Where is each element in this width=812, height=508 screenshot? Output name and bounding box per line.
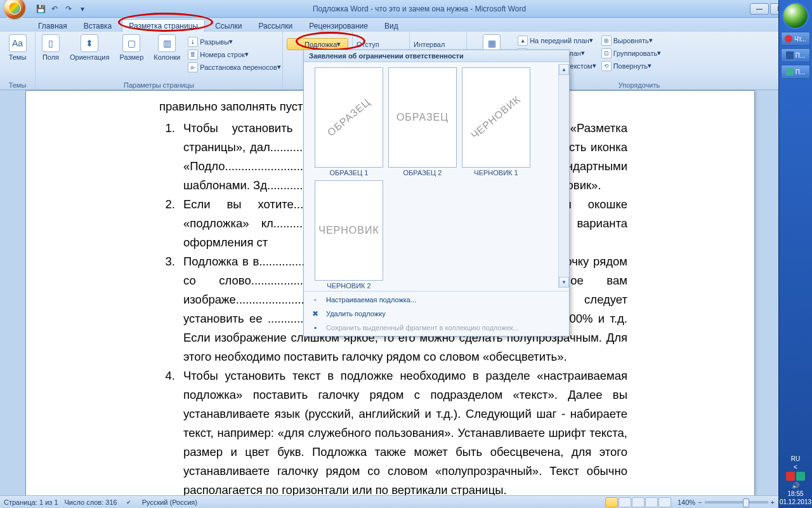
tab-mailings[interactable]: Рассылки: [252, 20, 299, 32]
lbl: Колонки: [154, 53, 180, 61]
zoom-level[interactable]: 140%: [678, 498, 695, 506]
gallery-header: Заявления об ограничении ответственности: [304, 50, 569, 62]
group-themes: Aa Темы Темы: [0, 32, 36, 90]
watermark-preset[interactable]: ЧЕРНОВИК ЧЕРНОВИК 2: [314, 180, 384, 290]
gallery-scrollbar[interactable]: ▲ ▼: [558, 64, 569, 288]
hyphen-icon: a-: [188, 62, 198, 72]
word-count[interactable]: Число слов: 316: [65, 498, 117, 506]
line-numbers-button[interactable]: ≣Номера строк ▾: [188, 48, 249, 60]
columns-button[interactable]: ▥Колонки: [151, 33, 183, 62]
watermark-thumb: ОБРАЗЕЦ: [315, 67, 383, 168]
tab-view[interactable]: Вид: [378, 20, 405, 32]
tray-lang[interactable]: RU: [791, 455, 800, 462]
save-icon: ▪: [310, 323, 320, 333]
taskbar-app-word[interactable]: П...: [781, 48, 810, 62]
doc-item: Чтобы установить текст в подложке необхо…: [178, 366, 627, 500]
orientation-icon: ⬍: [81, 34, 98, 52]
themes-icon: Aa: [9, 34, 27, 52]
scroll-up-icon[interactable]: ▲: [559, 64, 569, 75]
web-layout-view[interactable]: [632, 497, 645, 507]
watermark-thumb: ЧЕРНОВИК: [462, 67, 530, 168]
watermark-preset[interactable]: ЧЕРНОВИК ЧЕРНОВИК 1: [461, 67, 531, 177]
page-status[interactable]: Страница: 1 из 1: [4, 498, 58, 506]
tray-date[interactable]: 01.12.2013: [780, 498, 811, 505]
watermark-gallery: Заявления об ограничении ответственности…: [303, 50, 570, 337]
spacing-header: Интервал: [414, 38, 462, 50]
lines-icon: ≣: [188, 50, 198, 60]
full-screen-view[interactable]: [619, 497, 631, 507]
group-label: Параметры страницы: [39, 81, 278, 90]
draft-view[interactable]: [658, 497, 671, 507]
watermark-preset[interactable]: ОБРАЗЕЦ ОБРАЗЕЦ 2: [388, 67, 457, 177]
watermark-preset[interactable]: ОБРАЗЕЦ ОБРАЗЕЦ 1: [314, 67, 384, 177]
minimize-button[interactable]: —: [750, 3, 769, 15]
paint-icon: [786, 68, 794, 76]
zoom-slider[interactable]: [705, 501, 768, 504]
rotate-button[interactable]: ⟲Повернуть ▾: [601, 60, 652, 72]
tray-time[interactable]: 18:55: [787, 490, 803, 497]
bring-front-button[interactable]: ▲На передний план ▾: [518, 34, 593, 46]
breaks-button[interactable]: ⤓Разрывы ▾: [188, 36, 233, 48]
tab-page-layout[interactable]: Разметка страницы: [122, 19, 205, 32]
start-button[interactable]: [782, 3, 809, 29]
doc-icon: ▫: [310, 295, 320, 305]
lbl: Размер: [119, 53, 143, 61]
group-page-setup: ▯Поля ⬍Ориентация ▢Размер ▥Колонки ⤓Разр…: [36, 32, 283, 90]
watermark-button[interactable]: ▫Подложка ▾: [287, 38, 348, 50]
status-bar: Страница: 1 из 1 Число слов: 316 ✔ Русск…: [0, 495, 778, 508]
undo-icon[interactable]: ↶: [48, 3, 61, 15]
spellcheck-icon[interactable]: ✔: [124, 497, 134, 507]
zoom-in-button[interactable]: +: [771, 498, 775, 506]
zoom-control: 140% − +: [678, 498, 775, 506]
themes-button[interactable]: Aa Темы: [4, 33, 31, 62]
tray-arrow-icon[interactable]: <: [794, 464, 797, 471]
group-label: Темы: [4, 81, 31, 90]
lbl: Поля: [43, 53, 59, 61]
margins-button[interactable]: ▯Поля: [39, 33, 62, 62]
size-button[interactable]: ▢Размер: [117, 33, 146, 62]
chrome-icon: [785, 35, 792, 43]
watermark-icon: ▫: [292, 39, 303, 50]
zoom-out-button[interactable]: −: [698, 498, 702, 506]
watermark-thumb: ОБРАЗЕЦ: [388, 67, 457, 168]
taskbar-app-chrome[interactable]: Чт...: [781, 32, 810, 46]
tray-icon[interactable]: [796, 472, 805, 481]
remove-icon: ✖: [310, 309, 320, 319]
align-button[interactable]: ⊞Выровнять ▾: [601, 34, 653, 46]
group-button[interactable]: ⊡Группировать ▾: [601, 47, 662, 59]
view-buttons: [605, 497, 671, 507]
tray-icon[interactable]: [786, 472, 795, 481]
size-icon: ▢: [122, 34, 140, 52]
group-icon: ⊡: [601, 48, 612, 58]
remove-watermark-item[interactable]: ✖Удалить подложку: [304, 307, 569, 321]
ribbon-tabs: Главная Вставка Разметка страницы Ссылки…: [0, 18, 812, 32]
taskbar-app-paint[interactable]: П...: [781, 65, 810, 79]
outline-view[interactable]: [645, 497, 658, 507]
front-icon: ▲: [518, 36, 528, 46]
language-status[interactable]: Русский (Россия): [142, 498, 197, 506]
tab-references[interactable]: Ссылки: [209, 20, 248, 32]
align-icon: ⊞: [601, 36, 612, 46]
save-watermark-item: ▪Сохранить выделенный фрагмент в коллекц…: [304, 321, 569, 335]
quick-access-toolbar: 💾 ↶ ↷ ▾: [34, 3, 89, 15]
lbl: Ориентация: [70, 53, 109, 61]
indent-header: Отступ: [357, 38, 405, 50]
save-icon[interactable]: 💾: [34, 3, 47, 15]
word-icon: [786, 51, 794, 59]
custom-watermark-item[interactable]: ▫Настраиваемая подложка...: [304, 293, 569, 307]
windows-taskbar: Чт... П... П... RU < 🔊 18:55 01.12.2013: [778, 0, 812, 508]
tab-review[interactable]: Рецензирование: [303, 20, 374, 32]
watermark-thumb: ЧЕРНОВИК: [315, 180, 383, 281]
margins-icon: ▯: [42, 34, 60, 52]
redo-icon[interactable]: ↷: [62, 3, 75, 15]
tray-volume-icon[interactable]: 🔊: [792, 482, 799, 489]
qat-more-icon[interactable]: ▾: [76, 3, 89, 15]
tab-insert[interactable]: Вставка: [77, 20, 119, 32]
themes-label: Темы: [9, 53, 27, 61]
breaks-icon: ⤓: [188, 37, 198, 47]
hyphenation-button[interactable]: a-Расстановка переносов ▾: [188, 61, 280, 73]
tab-home[interactable]: Главная: [32, 20, 74, 32]
print-layout-view[interactable]: [605, 497, 618, 507]
scroll-down-icon[interactable]: ▼: [559, 277, 569, 288]
orientation-button[interactable]: ⬍Ориентация: [67, 33, 112, 62]
